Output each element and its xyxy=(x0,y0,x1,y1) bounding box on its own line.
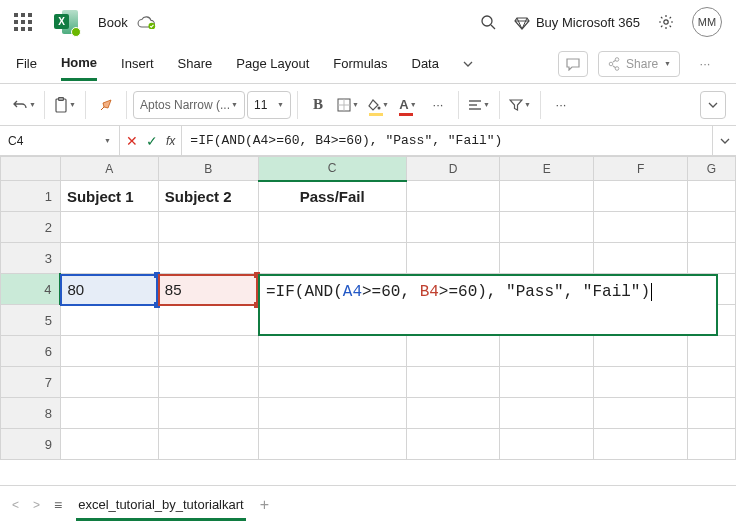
more-font-button[interactable]: ··· xyxy=(424,91,452,119)
cell-editor[interactable]: =IF(AND(A4>=60, B4>=60), "Pass", "Fail") xyxy=(258,274,718,336)
cell-f7[interactable] xyxy=(594,367,688,398)
cell-a3[interactable] xyxy=(60,243,158,274)
chevron-down-icon[interactable] xyxy=(463,59,473,69)
gear-icon[interactable] xyxy=(658,14,674,30)
row-header-7[interactable]: 7 xyxy=(1,367,61,398)
cell-e9[interactable] xyxy=(500,429,594,460)
sheet-nav-prev[interactable]: < xyxy=(12,498,19,512)
confirm-icon[interactable]: ✓ xyxy=(146,133,158,149)
col-header-f[interactable]: F xyxy=(594,157,688,181)
cell-e3[interactable] xyxy=(500,243,594,274)
cell-a8[interactable] xyxy=(60,398,158,429)
cell-a2[interactable] xyxy=(60,212,158,243)
row-header-5[interactable]: 5 xyxy=(1,305,61,336)
cell-b4[interactable]: 85 xyxy=(158,274,258,305)
select-all-corner[interactable] xyxy=(1,157,61,181)
cell-f1[interactable] xyxy=(594,181,688,212)
cell-c3[interactable] xyxy=(258,243,406,274)
cell-a5[interactable] xyxy=(60,305,158,336)
document-title[interactable]: Book xyxy=(98,15,128,30)
cell-g7[interactable] xyxy=(688,367,736,398)
formula-input[interactable]: =IF(AND(A4>=60, B4>=60), "Pass", "Fail") xyxy=(182,126,712,155)
borders-button[interactable]: ▼ xyxy=(334,91,362,119)
cell-b5[interactable] xyxy=(158,305,258,336)
fx-icon[interactable]: fx xyxy=(166,134,175,148)
font-size-select[interactable]: 11▼ xyxy=(247,91,291,119)
expand-ribbon-button[interactable] xyxy=(700,91,726,119)
cell-d9[interactable] xyxy=(406,429,500,460)
cell-g1[interactable] xyxy=(688,181,736,212)
font-color-button[interactable]: A▼ xyxy=(394,91,422,119)
col-header-d[interactable]: D xyxy=(406,157,500,181)
row-header-6[interactable]: 6 xyxy=(1,336,61,367)
share-button[interactable]: Share ▼ xyxy=(598,51,680,77)
expand-formula-bar-button[interactable] xyxy=(712,126,736,155)
cell-f8[interactable] xyxy=(594,398,688,429)
tab-share[interactable]: Share xyxy=(178,48,213,79)
cell-b9[interactable] xyxy=(158,429,258,460)
cell-d7[interactable] xyxy=(406,367,500,398)
sheet-nav-next[interactable]: > xyxy=(33,498,40,512)
row-header-9[interactable]: 9 xyxy=(1,429,61,460)
col-header-c[interactable]: C xyxy=(258,157,406,181)
row-header-4[interactable]: 4 xyxy=(1,274,61,305)
app-launcher-icon[interactable] xyxy=(14,13,32,31)
more-tools-button[interactable]: ··· xyxy=(547,91,575,119)
col-header-e[interactable]: E xyxy=(500,157,594,181)
tab-home[interactable]: Home xyxy=(61,47,97,81)
spreadsheet-grid[interactable]: A B C D E F G 1Subject 1Subject 2Pass/Fa… xyxy=(0,156,736,476)
cell-e6[interactable] xyxy=(500,336,594,367)
buy-microsoft-365-button[interactable]: Buy Microsoft 365 xyxy=(514,14,640,30)
cell-b7[interactable] xyxy=(158,367,258,398)
cell-b1[interactable]: Subject 2 xyxy=(158,181,258,212)
search-icon[interactable] xyxy=(480,14,496,30)
cell-g6[interactable] xyxy=(688,336,736,367)
paste-button[interactable]: ▼ xyxy=(51,91,79,119)
cell-d3[interactable] xyxy=(406,243,500,274)
fill-color-button[interactable]: ▼ xyxy=(364,91,392,119)
cell-c7[interactable] xyxy=(258,367,406,398)
cell-a4[interactable]: 80 xyxy=(60,274,158,305)
add-sheet-button[interactable]: + xyxy=(260,496,269,514)
cell-c9[interactable] xyxy=(258,429,406,460)
cell-c8[interactable] xyxy=(258,398,406,429)
cell-f6[interactable] xyxy=(594,336,688,367)
cell-c2[interactable] xyxy=(258,212,406,243)
cell-b6[interactable] xyxy=(158,336,258,367)
cell-a6[interactable] xyxy=(60,336,158,367)
cancel-icon[interactable]: ✕ xyxy=(126,133,138,149)
cell-d2[interactable] xyxy=(406,212,500,243)
name-box[interactable]: C4▼ xyxy=(0,126,120,155)
cell-d8[interactable] xyxy=(406,398,500,429)
cell-f2[interactable] xyxy=(594,212,688,243)
bold-button[interactable]: B xyxy=(304,91,332,119)
cloud-saved-icon[interactable] xyxy=(136,15,156,29)
cell-b3[interactable] xyxy=(158,243,258,274)
row-header-8[interactable]: 8 xyxy=(1,398,61,429)
comments-button[interactable] xyxy=(558,51,588,77)
row-header-3[interactable]: 3 xyxy=(1,243,61,274)
tab-formulas[interactable]: Formulas xyxy=(333,48,387,79)
cell-g3[interactable] xyxy=(688,243,736,274)
cell-e7[interactable] xyxy=(500,367,594,398)
row-header-2[interactable]: 2 xyxy=(1,212,61,243)
font-family-select[interactable]: Aptos Narrow (...▼ xyxy=(133,91,245,119)
tab-data[interactable]: Data xyxy=(412,48,439,79)
col-header-a[interactable]: A xyxy=(60,157,158,181)
col-header-b[interactable]: B xyxy=(158,157,258,181)
more-button[interactable]: ··· xyxy=(690,51,720,77)
col-header-g[interactable]: G xyxy=(688,157,736,181)
cell-b8[interactable] xyxy=(158,398,258,429)
avatar[interactable]: MM xyxy=(692,7,722,37)
align-button[interactable]: ▼ xyxy=(465,91,493,119)
cell-a9[interactable] xyxy=(60,429,158,460)
cell-d6[interactable] xyxy=(406,336,500,367)
cell-c6[interactable] xyxy=(258,336,406,367)
cell-d1[interactable] xyxy=(406,181,500,212)
cell-e8[interactable] xyxy=(500,398,594,429)
cell-e2[interactable] xyxy=(500,212,594,243)
sheet-tab[interactable]: excel_tutorial_by_tutorialkart xyxy=(76,489,245,521)
format-painter-button[interactable] xyxy=(92,91,120,119)
cell-g9[interactable] xyxy=(688,429,736,460)
tab-insert[interactable]: Insert xyxy=(121,48,154,79)
